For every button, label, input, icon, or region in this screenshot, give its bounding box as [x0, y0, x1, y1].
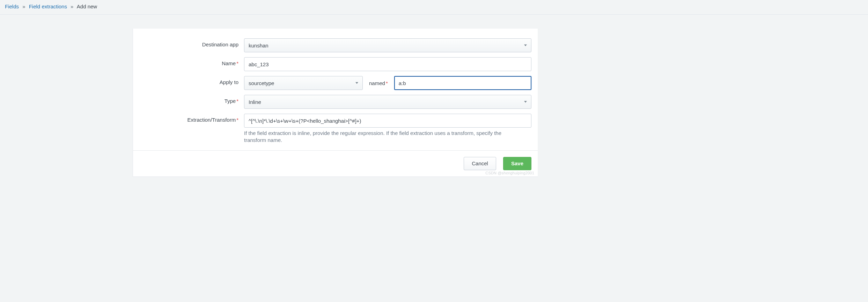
apply-to-value: sourcetype [249, 80, 274, 86]
type-select[interactable]: Inline [244, 95, 531, 109]
label-type: Type* [139, 95, 244, 104]
label-type-text: Type [225, 98, 236, 104]
chevron-down-icon [355, 82, 358, 84]
label-extraction: Extraction/Transform* [139, 114, 244, 123]
named-input[interactable] [394, 76, 531, 90]
breadcrumb-separator: » [71, 3, 73, 9]
name-input[interactable] [244, 57, 531, 71]
form-panel: Destination app kunshan Name* Apply to s… [133, 29, 538, 177]
label-apply-to-text: Apply to [220, 79, 238, 85]
breadcrumb-current: Add new [77, 3, 97, 9]
row-name: Name* [133, 57, 538, 71]
extraction-input[interactable] [244, 114, 531, 128]
label-destination-app-text: Destination app [202, 41, 238, 47]
label-named: named* [369, 80, 388, 86]
required-asterisk: * [236, 117, 238, 123]
label-extraction-text: Extraction/Transform [187, 117, 236, 123]
row-extraction: Extraction/Transform* [133, 114, 538, 128]
apply-to-select[interactable]: sourcetype [244, 76, 363, 90]
label-name: Name* [139, 57, 244, 66]
required-asterisk: * [386, 80, 388, 86]
label-apply-to: Apply to [139, 76, 244, 85]
label-name-text: Name [222, 60, 236, 66]
breadcrumb: Fields » Field extractions » Add new [0, 0, 868, 15]
breadcrumb-fields-link[interactable]: Fields [5, 3, 19, 9]
breadcrumb-separator: » [22, 3, 25, 9]
cancel-button[interactable]: Cancel [464, 157, 496, 170]
required-asterisk: * [236, 98, 238, 104]
label-destination-app: Destination app [139, 38, 244, 47]
form-footer: Cancel Save [133, 150, 538, 176]
chevron-down-icon [524, 101, 527, 103]
row-destination-app: Destination app kunshan [133, 38, 538, 52]
label-named-text: named [369, 80, 385, 86]
required-asterisk: * [236, 60, 238, 66]
row-type: Type* Inline [133, 95, 538, 109]
extraction-help-text: If the field extraction is inline, provi… [238, 128, 531, 144]
destination-app-value: kunshan [249, 43, 269, 48]
row-apply-to: Apply to sourcetype named* [133, 76, 538, 90]
save-button[interactable]: Save [503, 157, 531, 170]
breadcrumb-extractions-link[interactable]: Field extractions [29, 3, 67, 9]
type-value: Inline [249, 99, 261, 105]
destination-app-select[interactable]: kunshan [244, 38, 531, 52]
chevron-down-icon [524, 45, 527, 46]
